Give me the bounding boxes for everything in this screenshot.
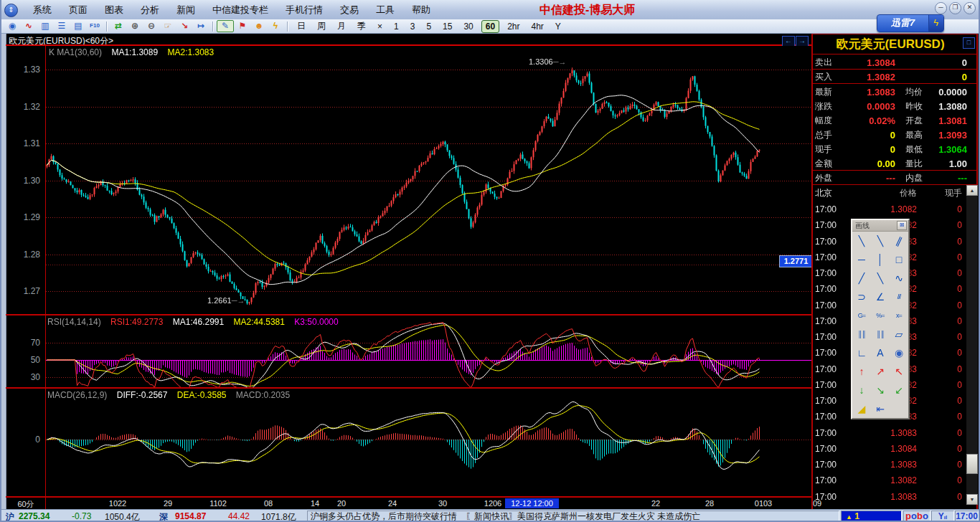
menu-item-6[interactable]: 手机行情 [277,1,331,19]
horizontal-line-tool[interactable]: ─ [852,250,871,269]
f10-info-icon[interactable]: F10 [87,20,103,32]
zoom-out-icon[interactable]: ⊖ [143,20,159,32]
tape-row[interactable]: 17:001.30820 [815,201,962,217]
period-button-30[interactable]: 30 [460,21,476,32]
period-button-月[interactable]: 月 [334,19,349,33]
period-button-×[interactable]: × [374,21,386,32]
menu-item-9[interactable]: 帮助 [403,1,439,19]
period-button-2hr[interactable]: 2hr [504,21,523,32]
refresh-icon[interactable]: ⇄ [110,20,126,32]
palette-close-icon[interactable]: ⊠ [897,221,907,230]
scroll-down-icon[interactable]: ▼ [966,494,978,505]
zoom-in-icon[interactable]: ⊕ [127,20,143,32]
period-button-60[interactable]: 60 [481,20,499,33]
segment-line-tool[interactable]: ╲ [852,232,871,250]
arc-tool[interactable]: ⊃ [852,288,871,306]
candlestick-chart[interactable] [46,46,811,314]
xunlei-button[interactable]: 迅雷7 ϟ [877,14,944,32]
kline-chart-icon[interactable]: ▥ [37,20,53,32]
arrow-sw-mark-tool[interactable]: ↙ [890,381,908,399]
gann-fan-tool[interactable]: /// [890,288,908,306]
vertical-line-tool[interactable]: │ [871,250,890,269]
period-button-15[interactable]: 15 [439,21,456,32]
quote-list-icon[interactable]: ☰ [54,20,70,32]
lightning-icon[interactable]: ϟ [928,15,943,32]
channel-tool[interactable]: ▱ [890,325,908,343]
news-ticker[interactable]: 沪铜多头仍占优势，后市期待突破行情 〖新闻快讯〗美国得克萨斯州一核发电厂发生火灾… [307,511,839,521]
arrow-up-mark-tool[interactable]: ↑ [852,362,871,381]
menu-item-5[interactable]: 中信建投专栏 [204,1,277,19]
menu-item-8[interactable]: 工具 [367,1,403,19]
vertical-grid-tool[interactable]: ║║ [852,325,871,343]
gann-line-tool[interactable]: G= [852,306,871,325]
alert-indicator[interactable]: ▲ 1 [841,511,902,521]
flash-order-icon[interactable]: ϟ [268,20,283,32]
angle-tool[interactable]: ∠ [871,288,890,306]
export-icon[interactable]: ↘ [176,20,192,32]
app-icon[interactable]: ⇕ [4,4,18,17]
scrollbar-thumb[interactable] [966,454,978,474]
period-button-5[interactable]: 5 [423,21,435,32]
close-button[interactable]: ✕ [963,2,976,14]
rectangle-tool[interactable]: □ [890,250,908,269]
market-view-icon[interactable]: ◉ [4,20,20,32]
panel-expand-icon[interactable]: □ [963,37,975,49]
draw-line-icon[interactable]: ✎ [217,20,234,32]
macd-value-label: MACD:0.2035 [236,390,290,400]
tape-row[interactable]: 17:001.30820 [815,473,962,488]
text-tool[interactable]: A [871,343,890,362]
restore-button[interactable]: ❐ [949,2,961,14]
menu-item-2[interactable]: 图表 [96,1,132,19]
tape-scrollbar[interactable]: ▲ ▼ [966,185,978,505]
goto-icon[interactable]: ↦ [193,20,209,32]
tape-volume: 0 [917,268,962,278]
tape-time: 17:00 [815,300,851,310]
delete-all-tool[interactable]: ⇤ [871,399,890,418]
quote-label: 最新 [815,86,845,98]
ray-line-tool[interactable]: ╲ [871,232,890,250]
tape-time: 17:00 [815,428,851,438]
eraser-tool[interactable]: ◢ [852,399,871,418]
period-button-日[interactable]: 日 [293,19,309,33]
menu-item-7[interactable]: 交易 [331,1,367,19]
trend-chart-icon[interactable]: ∿ [21,20,37,32]
tape-row[interactable]: 17:001.30830 [815,425,962,441]
up-trend-line-tool[interactable]: ╱ [852,269,871,288]
period-button-3[interactable]: 3 [407,21,419,32]
scroll-up-icon[interactable]: ▲ [966,185,978,196]
regression-tool[interactable]: ∟ [852,343,871,362]
period-button-4hr[interactable]: 4hr [528,21,547,32]
arrow-se-mark-tool[interactable]: ↘ [871,381,890,399]
minimize-button[interactable]: ─ [935,2,947,14]
arrow-nw-mark-tool[interactable]: ↖ [890,362,908,381]
palette-title-bar[interactable]: 画线 ⊠ [852,220,908,232]
circle-tool[interactable]: ◉ [890,343,908,362]
alarm-icon[interactable]: ⚑ [235,20,250,32]
drag-hand-icon[interactable]: ☞ [160,20,176,32]
tape-row[interactable]: 17:001.30830 [815,457,962,473]
arrow-ne-mark-tool[interactable]: ↗ [871,362,890,381]
report-icon[interactable]: ▤ [70,20,86,32]
tape-time: 17:00 [815,364,851,374]
prev-arrow-icon[interactable]: ← [782,36,795,47]
menu-item-4[interactable]: 新闻 [168,1,204,19]
period-button-季[interactable]: 季 [354,19,369,33]
macd-chart[interactable] [46,389,811,496]
menu-item-0[interactable]: 系统 [24,1,60,19]
menu-item-3[interactable]: 分析 [132,1,168,19]
wave-tool[interactable]: ∿ [890,269,908,288]
fib-retracement-tool[interactable]: %= [871,306,890,325]
arrow-down-mark-tool[interactable]: ↓ [852,381,871,399]
period-button-周[interactable]: 周 [314,19,329,33]
community-icon[interactable]: ☻ [251,20,267,32]
parallel-lines-tool[interactable]: ∥ [890,232,908,250]
down-trend-line-tool[interactable]: ╲ [871,269,890,288]
fib-extension-tool[interactable]: x= [890,306,908,325]
next-arrow-icon[interactable]: → [796,36,809,47]
tape-row[interactable]: 17:001.30840 [815,441,962,457]
cycle-lines-tool[interactable]: ║║ [871,325,890,343]
tape-row[interactable]: 17:001.30830 [815,489,962,505]
period-button-Y[interactable]: Y [552,21,565,32]
menu-item-1[interactable]: 页面 [60,1,96,19]
period-button-1[interactable]: 1 [390,21,402,32]
